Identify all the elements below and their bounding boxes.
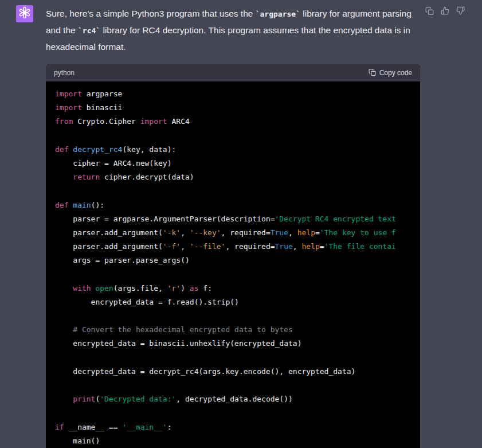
assistant-message: Sure, here's a simple Python3 program th… [0,0,482,448]
code-content: import argparseimport binasciifrom Crypt… [46,81,420,448]
code-line [55,379,411,392]
inline-code-argparse: `argparse` [256,10,300,18]
clipboard-icon [425,6,434,17]
code-line: print('Decrypted data:', decrypted_data.… [55,392,411,406]
code-line: from Crypto.Cipher import ARC4 [55,115,411,128]
code-line: main() [55,434,411,448]
inline-code-rc4: `rc4` [78,26,100,35]
code-line: encrypted_data = binascii.unhexlify(encr… [55,337,411,350]
code-line [55,406,411,420]
code-line: with open(args.file, 'r') as f: [55,282,411,295]
code-line: decrypted_data = decrypt_rc4(args.key.en… [55,365,411,379]
message-actions [425,7,465,16]
code-line [55,129,411,143]
openai-logo-icon [18,6,31,21]
code-line: # Convert the hexadecimal encrypted data… [55,323,411,337]
code-line [55,309,411,323]
copy-message-button[interactable] [425,7,434,16]
message-text-part: library for RC4 decryption. This program… [46,25,410,52]
code-line: if __name__ == '__main__': [55,420,411,434]
code-line: parser.add_argument('-f', '--file', requ… [55,240,411,254]
thumbs-up-button[interactable] [440,7,449,16]
clipboard-icon [369,68,376,78]
code-line [55,184,411,198]
code-line: def main(): [55,198,411,212]
message-text-part: Sure, here's a simple Python3 program th… [46,9,256,18]
copy-code-button[interactable]: Copy code [369,68,412,78]
thumbs-down-icon [456,6,465,17]
code-line: import binascii [55,101,411,115]
code-block-header: python Copy code [46,64,420,81]
code-line [55,351,411,365]
code-line: def decrypt_rc4(key, data): [55,143,411,157]
thumbs-up-icon [441,6,449,17]
code-line: parser = argparse.ArgumentParser(descrip… [55,212,411,226]
code-line: parser.add_argument('-k', '--key', requi… [55,226,411,240]
assistant-avatar [16,5,33,22]
copy-code-label: Copy code [379,69,412,77]
code-line: encrypted_data = f.read().strip() [55,295,411,309]
message-content: Sure, here's a simple Python3 program th… [46,5,421,448]
code-line: args = parser.parse_args() [55,254,411,267]
code-language-label: python [54,69,75,77]
code-line [55,267,411,281]
code-line: cipher = ARC4.new(key) [55,157,411,170]
thumbs-down-button[interactable] [456,7,465,16]
code-block: python Copy code import argparseimport b… [46,64,420,448]
message-text: Sure, here's a simple Python3 program th… [46,6,424,55]
code-line: import argparse [55,87,411,101]
code-line: return cipher.decrypt(data) [55,170,411,184]
